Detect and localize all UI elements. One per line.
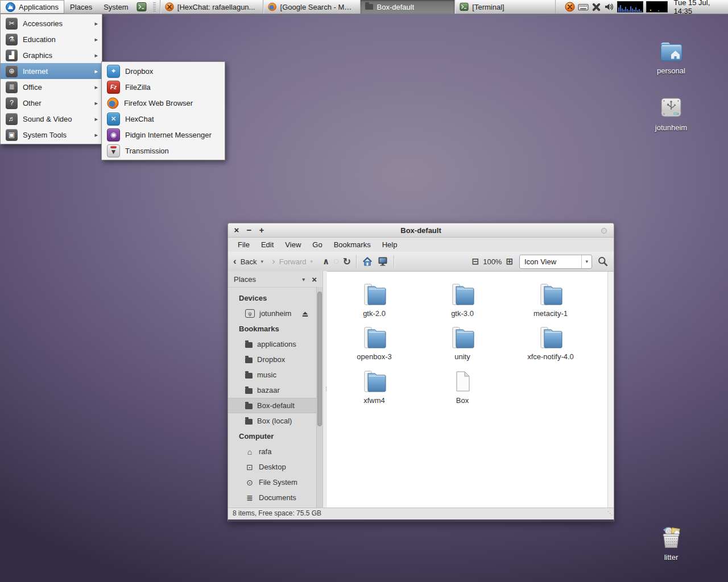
file-view-scrollbar[interactable]	[607, 272, 614, 508]
maximize-button[interactable]: +	[255, 223, 268, 237]
menu-item-education[interactable]: ⚗ Education ▸	[1, 31, 102, 47]
network-monitor-graph[interactable]	[646, 1, 668, 13]
up-button[interactable]: ∧	[322, 256, 329, 267]
menu-item-label: Sound & Video	[23, 115, 72, 123]
panel-grip[interactable]	[153, 2, 155, 11]
applications-menu-button[interactable]: Applications	[0, 0, 64, 14]
back-button[interactable]: Back	[241, 257, 257, 266]
sidebar-item-documents[interactable]: ≣ Documents	[228, 490, 317, 505]
hexchat-tray-icon[interactable]	[565, 2, 575, 12]
system-menu-button[interactable]: System	[98, 0, 134, 14]
submenu-item-firefox[interactable]: Firefox Web Browser	[102, 95, 225, 111]
submenu-arrow-icon: ▸	[94, 52, 98, 59]
places-menu-button[interactable]: Places	[64, 0, 98, 14]
taskbar-item-label: Box-default	[377, 3, 414, 11]
sidebar-header-title: Places	[234, 275, 256, 284]
submenu-item-filezilla[interactable]: Fz FileZilla	[102, 79, 225, 95]
sidebar-item-file-system[interactable]: ⊙ File System	[228, 475, 317, 490]
submenu-arrow-icon: ▸	[94, 115, 98, 123]
sidebar-item-box-default[interactable]: Box-default	[228, 398, 317, 413]
taskbar-item-firefox[interactable]: [Google Search - Mozi...	[263, 0, 360, 14]
file-view[interactable]: gtk-2.0 gtk-3.0 metacity-1 openbox-3 uni…	[327, 271, 614, 508]
file-item-metacity-1[interactable]: metacity-1	[508, 281, 593, 318]
transmission-arrow-glyph: ▼	[110, 148, 117, 156]
close-button[interactable]: ×	[230, 223, 243, 237]
menu-help[interactable]: Help	[377, 238, 403, 252]
sidebar-mode-dropdown[interactable]: ▾	[302, 276, 312, 282]
back-dropdown-icon[interactable]: ▾	[261, 259, 264, 264]
x-tray-icon[interactable]	[592, 2, 601, 12]
menu-view[interactable]: View	[280, 238, 306, 252]
sidebar-list: Devices ψ jotunheim Bookmarks applicatio…	[228, 287, 317, 508]
submenu-item-pidgin[interactable]: ◉ Pidgin Internet Messenger	[102, 127, 225, 143]
stop-button[interactable]: ◌	[333, 256, 339, 267]
file-item-xfce-notify-4-0[interactable]: xfce-notify-4.0	[508, 324, 593, 361]
keyboard-layout-icon[interactable]	[578, 3, 589, 11]
sidebar-item-bazaar[interactable]: bazaar	[228, 383, 317, 398]
forward-button[interactable]: Forward	[279, 257, 307, 266]
desktop-icon-jotunheim[interactable]: jotunheim	[644, 94, 698, 132]
file-item-gtk-3-0[interactable]: gtk-3.0	[420, 281, 505, 318]
file-manager-window: × − + Box-default File Edit View Go Book…	[228, 223, 614, 522]
sidebar-item-label: music	[257, 371, 276, 379]
menu-bookmarks[interactable]: Bookmarks	[329, 238, 376, 252]
submenu-item-transmission[interactable]: ▼ Transmission	[102, 143, 225, 159]
sidebar-item-applications[interactable]: applications	[228, 336, 317, 352]
menu-item-sound-video[interactable]: ♬ Sound & Video ▸	[1, 111, 102, 127]
sidebar-scrollbar-thumb[interactable]	[317, 292, 322, 426]
places-menu-label: Places	[70, 3, 92, 11]
file-item-openbox-3[interactable]: openbox-3	[332, 324, 417, 361]
submenu-item-hexchat[interactable]: ✕ HexChat	[102, 111, 225, 127]
minimize-button[interactable]: −	[243, 223, 255, 237]
resize-grip[interactable]: ⋱	[607, 508, 613, 519]
terminal-launcher-button[interactable]	[134, 0, 150, 14]
file-item-xfwm4[interactable]: xfwm4	[332, 368, 417, 405]
clock[interactable]: Tue 15 Jul, 14:35	[670, 0, 728, 14]
search-button[interactable]	[597, 256, 609, 267]
desktop-button[interactable]	[377, 256, 388, 267]
sidebar-item-jotunheim[interactable]: ψ jotunheim	[228, 306, 317, 321]
menu-item-graphics[interactable]: ▟ Graphics ▸	[1, 47, 102, 63]
zoom-in-button[interactable]: ⊞	[506, 256, 513, 267]
taskbar-item-box-default[interactable]: Box-default	[360, 0, 454, 14]
view-mode-select[interactable]: Icon View ▾	[519, 255, 592, 269]
desktop-icon-personal[interactable]: personal	[644, 38, 698, 75]
menu-item-office[interactable]: ≣ Office ▸	[1, 79, 102, 95]
system-menu-label: System	[104, 3, 128, 11]
sidebar-item-box-local[interactable]: Box (local)	[228, 413, 317, 429]
home-button[interactable]	[362, 256, 373, 267]
file-item-gtk-2-0[interactable]: gtk-2.0	[332, 281, 417, 318]
forward-arrow-icon[interactable]: ›	[272, 256, 275, 267]
sidebar-item-music[interactable]: music	[228, 367, 317, 383]
volume-icon[interactable]	[604, 2, 614, 11]
sidebar-scrollbar[interactable]	[316, 287, 322, 508]
reload-button[interactable]: ↻	[343, 256, 351, 268]
file-name: Box	[420, 396, 505, 405]
cpu-monitor-graph[interactable]	[617, 1, 643, 13]
titlebar[interactable]: × − + Box-default	[228, 223, 614, 238]
menu-item-accessories[interactable]: ✂ Accessories ▸	[1, 15, 102, 31]
taskbar-item-hexchat[interactable]: [HexChat: rafaellagun...	[160, 0, 263, 14]
menu-item-system-tools[interactable]: ▣ System Tools ▸	[1, 127, 102, 143]
sidebar-item-desktop[interactable]: ⊡ Desktop	[228, 459, 317, 475]
menu-file[interactable]: File	[233, 238, 255, 252]
forward-dropdown-icon[interactable]: ▾	[310, 259, 313, 264]
menu-item-internet[interactable]: ⊕ Internet ▸	[1, 63, 102, 79]
sidebar-item-rafa[interactable]: ⌂ rafa	[228, 444, 317, 459]
sidebar-item-label: Box-default	[257, 401, 295, 410]
menu-item-other[interactable]: ? Other ▸	[1, 95, 102, 111]
menu-edit[interactable]: Edit	[256, 238, 279, 252]
file-item-unity[interactable]: unity	[420, 324, 505, 361]
file-item-box[interactable]: Box	[420, 368, 505, 405]
back-arrow-icon[interactable]: ‹	[233, 256, 237, 267]
desktop-icon-litter[interactable]: litter	[644, 524, 698, 562]
zoom-out-button[interactable]: ⊟	[472, 256, 479, 267]
folder-icon	[361, 324, 388, 351]
sidebar-close-button[interactable]: ×	[312, 275, 317, 284]
sidebar-item-dropbox[interactable]: Dropbox	[228, 352, 317, 367]
toolbar-separator	[394, 255, 394, 268]
eject-button[interactable]	[301, 310, 309, 317]
taskbar-item-terminal[interactable]: [Terminal]	[454, 0, 556, 14]
menu-go[interactable]: Go	[307, 238, 327, 252]
submenu-item-dropbox[interactable]: ✦ Dropbox	[102, 63, 225, 79]
